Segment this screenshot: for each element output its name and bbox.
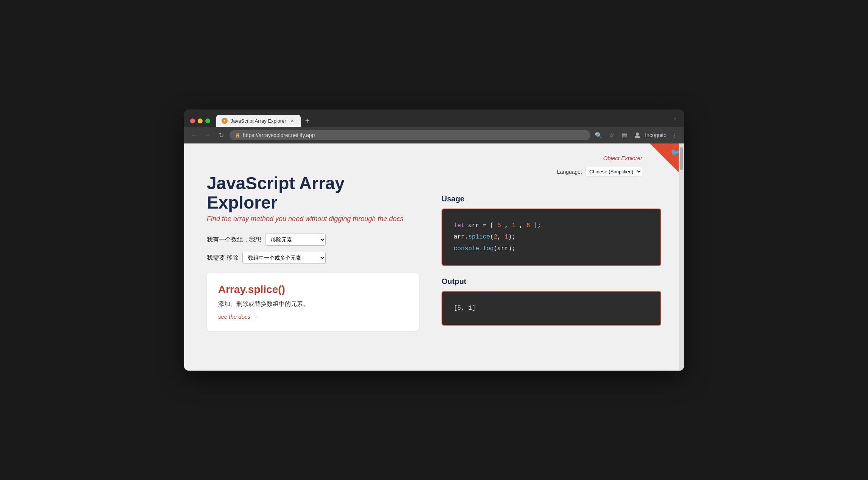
code-arg-2: 2 xyxy=(494,234,498,240)
address-bar[interactable]: 🔒 https://arrayexplorer.netlify.app xyxy=(229,130,590,140)
sentence2-dropdown[interactable]: 数组中一个或多个元素 数组末尾的元素 数组开头的元素 xyxy=(242,252,326,264)
traffic-lights xyxy=(190,118,210,123)
sentence1-dropdown[interactable]: 移除元素 添加元素 查找元素 排序元素 xyxy=(265,234,326,246)
code-comma-2: , xyxy=(519,222,526,229)
code-num-5: 5 xyxy=(497,222,501,229)
nav-bar: ← → ↻ 🔒 https://arrayexplorer.netlify.ap… xyxy=(184,127,684,143)
page-title: JavaScript Array Explorer xyxy=(207,174,419,212)
left-panel: JavaScript Array Explorer Find the array… xyxy=(207,155,419,337)
code-op-assign: = [ xyxy=(483,222,494,229)
object-explorer-link[interactable]: Object Explorer xyxy=(603,155,642,161)
minimize-button[interactable] xyxy=(198,118,203,123)
sentence-row-2: 我需要 移除 数组中一个或多个元素 数组末尾的元素 数组开头的元素 xyxy=(207,252,419,264)
code-line-1: let arr = [ 5 , 1 , 8 ]; xyxy=(454,220,649,231)
code-log-method: log xyxy=(483,245,494,252)
maximize-button[interactable] xyxy=(205,118,210,123)
result-card: Array.splice() 添加、删除或替换数组中的元素。 see the d… xyxy=(207,273,419,331)
tab-bar: ● JavaScript Array Explorer × + ˅ xyxy=(216,115,678,127)
page-content: 🐦 Object Explorer Language: Chinese (Sim… xyxy=(184,143,684,371)
search-icon[interactable]: 🔍 xyxy=(593,130,604,140)
forward-button[interactable]: → xyxy=(202,130,213,140)
tab-chevron-icon: ˅ xyxy=(674,118,676,124)
code-num-8: 8 xyxy=(526,222,530,229)
code-comma-1: , xyxy=(504,222,512,229)
sentence2-prefix: 我需要 移除 xyxy=(207,254,239,262)
code-log-paren-open: ( xyxy=(494,245,498,252)
usage-title: Usage xyxy=(442,195,661,203)
code-comma-3: , xyxy=(497,234,504,240)
code-line-2: arr.splice(2, 1); xyxy=(454,231,649,243)
active-tab[interactable]: ● JavaScript Array Explorer × xyxy=(216,115,301,127)
back-button[interactable]: ← xyxy=(189,130,199,140)
title-bar: ● JavaScript Array Explorer × + ˅ xyxy=(184,109,684,127)
right-panel: Usage let arr = [ 5 , 1 , 8 ]; xyxy=(419,155,661,337)
code-line-3: console.log(arr); xyxy=(454,243,649,254)
code-method-splice: splice xyxy=(468,234,490,240)
language-row: Language: Chinese (Simplified) English F… xyxy=(557,167,642,176)
docs-link[interactable]: see the docs → xyxy=(218,313,258,320)
url-text: https://arrayexplorer.netlify.app xyxy=(243,132,585,138)
code-bracket-close: ]; xyxy=(534,222,541,229)
incognito-label: Incognito xyxy=(645,132,667,138)
code-num-1: 1 xyxy=(512,222,516,229)
scrollbar-thumb[interactable] xyxy=(680,147,683,170)
bookmark-icon[interactable]: ☆ xyxy=(606,130,617,140)
method-description: 添加、删除或替换数组中的元素。 xyxy=(218,300,407,308)
close-button[interactable] xyxy=(190,118,195,123)
nav-actions: 🔍 ☆ ▤ Incognito ⋮ xyxy=(593,130,679,140)
code-dot: . xyxy=(479,245,483,252)
svg-point-0 xyxy=(636,132,639,136)
tab-label: JavaScript Array Explorer xyxy=(231,118,286,124)
lock-icon: 🔒 xyxy=(235,132,240,138)
sentence-row-1: 我有一个数组，我想 移除元素 添加元素 查找元素 排序元素 xyxy=(207,234,419,246)
scrollbar[interactable] xyxy=(679,143,684,371)
more-menu-button[interactable]: ⋮ xyxy=(669,130,679,140)
refresh-button[interactable]: ↻ xyxy=(216,130,226,140)
code-paren-open: ( xyxy=(490,234,494,240)
code-arr-splice: arr. xyxy=(454,234,468,240)
new-tab-button[interactable]: + xyxy=(302,115,313,126)
code-var-arr: arr xyxy=(468,222,482,229)
code-log-paren-close: ); xyxy=(508,245,515,252)
incognito-icon xyxy=(632,130,643,140)
tab-close-button[interactable]: × xyxy=(289,118,295,124)
page-subtitle: Find the array method you need without d… xyxy=(207,215,419,223)
code-log-arr: arr xyxy=(497,245,508,252)
language-label: Language: xyxy=(557,169,582,175)
output-line-1: [5, 1] xyxy=(454,302,649,314)
tab-favicon: ● xyxy=(222,118,228,124)
usage-code-block: let arr = [ 5 , 1 , 8 ]; arr.splice(2, 1… xyxy=(442,209,661,266)
language-select[interactable]: Chinese (Simplified) English French Germ… xyxy=(585,167,642,176)
sentence1-prefix: 我有一个数组，我想 xyxy=(207,236,261,244)
output-value: [5, 1] xyxy=(454,305,476,312)
output-title: Output xyxy=(442,277,661,286)
method-name: Array.splice() xyxy=(218,284,407,296)
code-paren-close: ); xyxy=(508,234,515,240)
two-column-layout: JavaScript Array Explorer Find the array… xyxy=(207,155,661,337)
output-code-block: [5, 1] xyxy=(442,291,661,325)
code-arg-1: 1 xyxy=(504,234,508,240)
reader-mode-icon[interactable]: ▤ xyxy=(619,130,630,140)
browser-window: ● JavaScript Array Explorer × + ˅ ← → ↻ … xyxy=(184,109,684,371)
code-console: console xyxy=(454,245,479,252)
code-keyword-let: let xyxy=(454,222,465,229)
browser-chrome: ● JavaScript Array Explorer × + ˅ ← → ↻ … xyxy=(184,109,684,143)
